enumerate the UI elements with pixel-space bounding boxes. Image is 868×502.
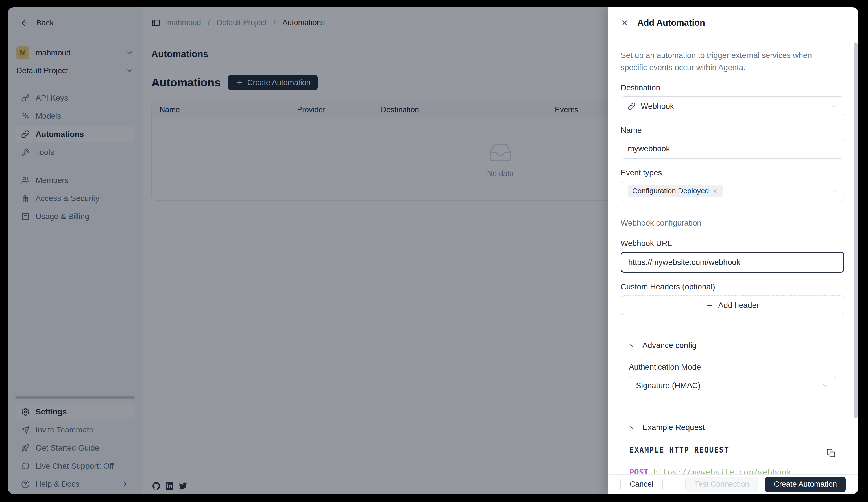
destination-select[interactable]: Webhook xyxy=(621,97,844,116)
name-value: mywebhook xyxy=(628,144,670,153)
example-request-header[interactable]: Example Request xyxy=(621,418,844,437)
advance-config-header[interactable]: Advance config xyxy=(621,336,844,355)
auth-mode-label: Authentication Mode xyxy=(629,363,836,372)
name-input[interactable]: mywebhook xyxy=(621,139,844,159)
plus-icon xyxy=(706,301,714,309)
chevron-down-icon xyxy=(629,342,636,349)
destination-label: Destination xyxy=(621,83,844,92)
webhook-config-section-title: Webhook configuration xyxy=(621,219,844,228)
destination-value: Webhook xyxy=(641,102,674,111)
create-automation-submit-button[interactable]: Create Automation xyxy=(765,477,846,492)
advance-config-title: Advance config xyxy=(642,341,696,350)
close-icon[interactable] xyxy=(620,19,629,27)
custom-headers-label: Custom Headers (optional) xyxy=(621,282,844,291)
auth-mode-select[interactable]: Signature (HMAC) xyxy=(629,376,836,395)
advance-config-card: Advance config Authentication Mode Signa… xyxy=(621,336,844,409)
event-types-label: Event types xyxy=(621,168,844,177)
link-icon xyxy=(628,102,636,110)
webhook-url-value: https://mywebsite.com/webhook xyxy=(628,258,740,267)
chevron-down-icon xyxy=(629,424,636,431)
copy-icon[interactable] xyxy=(826,449,836,458)
drawer-header: Add Automation xyxy=(608,7,858,38)
drawer-description: Set up an automation to trigger external… xyxy=(621,49,838,74)
add-automation-drawer: Add Automation Set up an automation to t… xyxy=(608,7,858,494)
drawer-body: Set up an automation to trigger external… xyxy=(608,38,858,474)
example-request-code: EXAMPLE HTTP REQUEST POST https://mywebs… xyxy=(621,437,844,474)
add-header-label: Add header xyxy=(719,301,759,310)
app-window: Back M mahmoud Default Project API Keys xyxy=(8,7,858,494)
cancel-button[interactable]: Cancel xyxy=(620,477,663,492)
text-caret xyxy=(741,257,742,268)
drawer-title: Add Automation xyxy=(637,18,705,28)
drawer-scrollbar[interactable] xyxy=(854,42,858,418)
auth-mode-value: Signature (HMAC) xyxy=(636,381,701,390)
tag-close-icon[interactable] xyxy=(712,188,718,194)
code-caption: EXAMPLE HTTP REQUEST xyxy=(629,446,836,454)
chevron-down-icon xyxy=(830,188,837,195)
event-type-tag-label: Configuration Deployed xyxy=(632,187,709,195)
add-header-button[interactable]: Add header xyxy=(621,295,844,315)
name-label: Name xyxy=(621,126,844,135)
webhook-url-input[interactable]: https://mywebsite.com/webhook xyxy=(621,252,844,273)
drawer-footer: Cancel Test Connection Create Automation xyxy=(608,474,858,494)
event-types-select[interactable]: Configuration Deployed xyxy=(621,181,844,201)
webhook-url-label: Webhook URL xyxy=(621,239,844,248)
request-url: https://mywebsite.com/webhook xyxy=(653,468,791,474)
event-type-tag: Configuration Deployed xyxy=(628,185,723,197)
example-request-card: Example Request EXAMPLE HTTP REQUEST POS… xyxy=(621,418,844,474)
chevron-down-icon xyxy=(822,382,829,389)
http-method: POST xyxy=(629,468,648,474)
test-connection-button[interactable]: Test Connection xyxy=(685,477,759,492)
divider xyxy=(621,328,844,328)
chevron-down-icon xyxy=(830,103,837,110)
example-request-title: Example Request xyxy=(642,423,705,432)
